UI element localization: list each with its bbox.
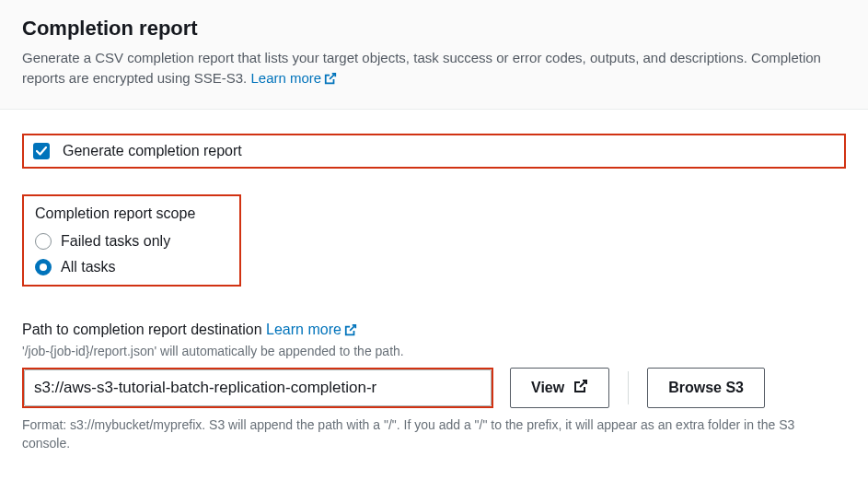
generate-report-row: Generate completion report: [22, 134, 846, 169]
scope-title: Completion report scope: [35, 205, 195, 222]
learn-more-text: Learn more: [250, 70, 321, 86]
radio-button-failed[interactable]: [35, 233, 52, 250]
path-section: Path to completion report destination Le…: [22, 322, 846, 453]
view-button[interactable]: View: [510, 368, 609, 408]
external-link-icon: [324, 70, 337, 90]
section-description: Generate a CSV completion report that li…: [22, 48, 846, 90]
radio-button-all[interactable]: [35, 259, 52, 275]
path-label: Path to completion report destination Le…: [22, 322, 846, 340]
completion-report-content: Generate completion report Completion re…: [0, 110, 868, 472]
path-input-highlight: [22, 368, 493, 408]
radio-failed-tasks[interactable]: Failed tasks only: [35, 233, 195, 250]
button-divider: [628, 371, 629, 404]
browse-s3-button[interactable]: Browse S3: [647, 368, 765, 408]
radio-all-tasks[interactable]: All tasks: [35, 259, 195, 275]
external-link-icon: [344, 323, 357, 340]
section-title: Completion report: [22, 17, 846, 41]
path-input-row: View Browse S3: [22, 368, 846, 408]
path-format-hint: Format: s3://mybucket/myprefix. S3 will …: [22, 416, 846, 453]
external-link-icon: [573, 379, 588, 397]
path-learn-more-text: Learn more: [266, 322, 341, 337]
scope-section: Completion report scope Failed tasks onl…: [22, 194, 241, 287]
path-learn-more-link[interactable]: Learn more: [266, 322, 357, 337]
completion-report-header: Completion report Generate a CSV complet…: [0, 0, 868, 110]
learn-more-link[interactable]: Learn more: [250, 70, 337, 86]
browse-button-label: Browse S3: [668, 380, 744, 396]
radio-label-failed: Failed tasks only: [61, 233, 170, 250]
generate-report-checkbox[interactable]: [33, 143, 50, 159]
description-text: Generate a CSV completion report that li…: [22, 50, 821, 86]
view-button-label: View: [531, 380, 564, 396]
generate-report-label: Generate completion report: [63, 143, 242, 159]
path-input[interactable]: [24, 369, 492, 406]
path-append-hint: '/job-{job-id}/report.json' will automat…: [22, 344, 846, 358]
path-label-text: Path to completion report destination: [22, 322, 266, 337]
radio-label-all: All tasks: [61, 259, 116, 275]
